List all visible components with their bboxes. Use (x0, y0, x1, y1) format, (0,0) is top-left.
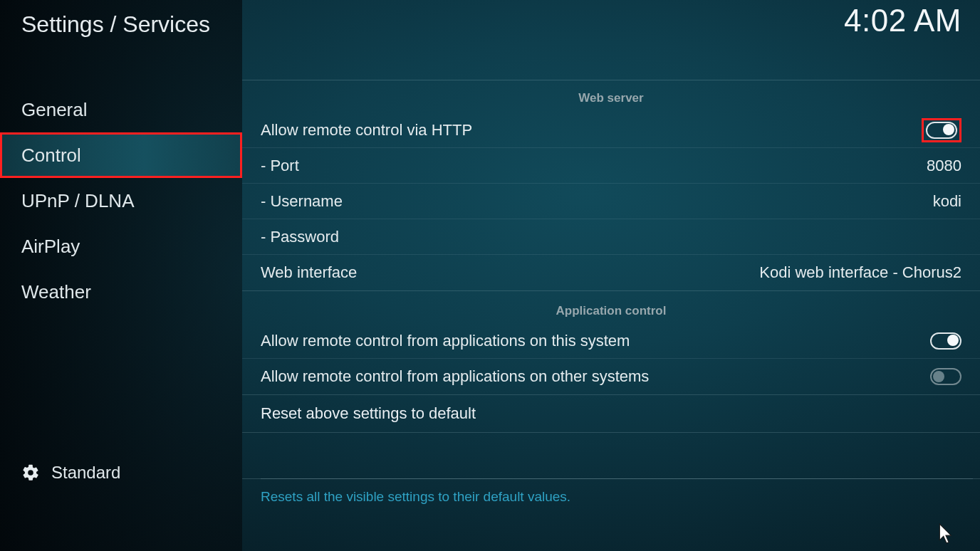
clock: 4:02 AM (844, 3, 961, 38)
sidebar-nav: General Control UPnP / DLNA AirPlay Weat… (0, 87, 242, 315)
settings-panel: Web server Allow remote control via HTTP… (242, 80, 980, 433)
setting-label: - Password (261, 228, 339, 246)
setting-label: Allow remote control from applications o… (261, 332, 630, 350)
footer-help-text: Resets all the visible settings to their… (261, 478, 973, 542)
setting-username[interactable]: - Username kodi (242, 184, 980, 219)
sidebar-item-airplay[interactable]: AirPlay (0, 224, 242, 269)
setting-allow-remote-apps[interactable]: Allow remote control from applications o… (242, 359, 980, 394)
section-header-web-server: Web server (242, 80, 980, 112)
setting-allow-http[interactable]: Allow remote control via HTTP (242, 112, 980, 148)
sidebar-item-upnp-dlna[interactable]: UPnP / DLNA (0, 178, 242, 224)
setting-label: - Username (261, 192, 343, 211)
sidebar-item-general[interactable]: General (0, 87, 242, 132)
setting-label: - Port (261, 157, 299, 175)
setting-web-interface[interactable]: Web interface Kodi web interface - Choru… (242, 255, 980, 290)
highlight-box (922, 118, 961, 142)
setting-port[interactable]: - Port 8080 (242, 148, 980, 184)
gear-icon (21, 463, 40, 482)
setting-label: Allow remote control via HTTP (261, 121, 472, 140)
setting-label: Allow remote control from applications o… (261, 367, 649, 386)
setting-reset-defaults[interactable]: Reset above settings to default (242, 394, 980, 433)
setting-value: Kodi web interface - Chorus2 (759, 263, 961, 282)
toggle-allow-remote-apps[interactable] (930, 368, 961, 385)
setting-allow-local-apps[interactable]: Allow remote control from applications o… (242, 323, 980, 359)
setting-password[interactable]: - Password (242, 219, 980, 255)
setting-label: Reset above settings to default (261, 404, 476, 423)
toggle-allow-local-apps[interactable] (930, 332, 961, 350)
toggle-allow-http[interactable] (926, 122, 957, 139)
setting-value: kodi (933, 192, 961, 211)
sidebar-item-control[interactable]: Control (0, 132, 242, 178)
settings-level-button[interactable]: Standard (21, 463, 120, 483)
sidebar-item-weather[interactable]: Weather (0, 269, 242, 315)
setting-value: 8080 (927, 157, 961, 175)
settings-level-label: Standard (51, 463, 120, 483)
setting-label: Web interface (261, 263, 357, 282)
breadcrumb: Settings / Services (21, 11, 210, 38)
section-header-app-control: Application control (242, 290, 980, 323)
